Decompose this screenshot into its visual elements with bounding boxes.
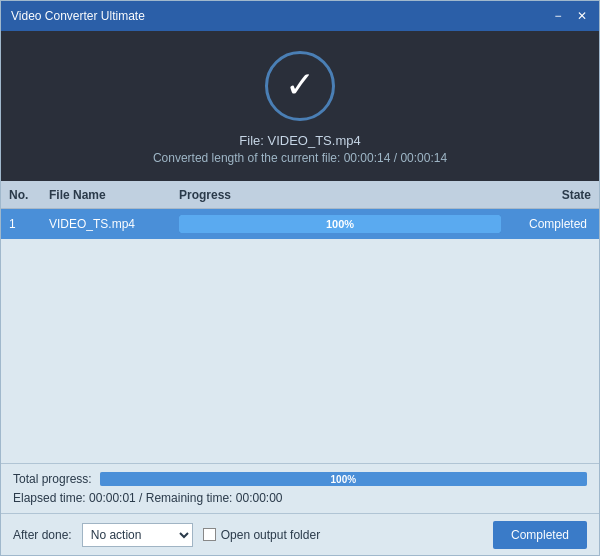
file-table: No. File Name Progress State 1 VIDEO_TS.… <box>1 181 599 463</box>
progress-pct: 100% <box>179 215 501 233</box>
row-filename: VIDEO_TS.mp4 <box>45 217 175 231</box>
table-header: No. File Name Progress State <box>1 181 599 209</box>
open-folder-checkbox[interactable] <box>203 528 216 541</box>
footer: After done: No action Exit application S… <box>1 513 599 555</box>
file-info: File: VIDEO_TS.mp4 <box>239 133 360 148</box>
success-area: ✓ File: VIDEO_TS.mp4 Converted length of… <box>1 31 599 181</box>
main-window: Video Converter Ultimate − ✕ ✓ File: VID… <box>0 0 600 556</box>
table-row: 1 VIDEO_TS.mp4 100% Completed <box>1 209 599 239</box>
total-progress-label: Total progress: <box>13 472 92 486</box>
elapsed-time: Elapsed time: 00:00:01 / Remaining time:… <box>13 491 587 505</box>
row-state: Completed <box>505 217 595 231</box>
progress-bar: 100% <box>179 215 501 233</box>
bottom-info: Total progress: 100% Elapsed time: 00:00… <box>1 463 599 513</box>
col-no: No. <box>5 188 45 202</box>
row-no: 1 <box>5 217 45 231</box>
open-folder-label: Open output folder <box>221 528 320 542</box>
total-progress-bar: 100% <box>100 472 587 486</box>
after-done-select[interactable]: No action Exit application Shutdown Hibe… <box>82 523 193 547</box>
col-state: State <box>505 188 595 202</box>
close-button[interactable]: ✕ <box>573 7 591 25</box>
total-progress-pct: 100% <box>100 472 587 486</box>
col-filename: File Name <box>45 188 175 202</box>
after-done-label: After done: <box>13 528 72 542</box>
window-controls: − ✕ <box>549 7 591 25</box>
minimize-button[interactable]: − <box>549 7 567 25</box>
open-folder-area: Open output folder <box>203 528 320 542</box>
total-progress-row: Total progress: 100% <box>13 472 587 486</box>
converted-length: Converted length of the current file: 00… <box>153 151 447 165</box>
col-progress: Progress <box>175 188 505 202</box>
row-progress: 100% <box>175 215 505 233</box>
title-bar: Video Converter Ultimate − ✕ <box>1 1 599 31</box>
checkmark-icon: ✓ <box>285 67 315 103</box>
check-circle: ✓ <box>265 51 335 121</box>
completed-button[interactable]: Completed <box>493 521 587 549</box>
window-title: Video Converter Ultimate <box>11 9 145 23</box>
